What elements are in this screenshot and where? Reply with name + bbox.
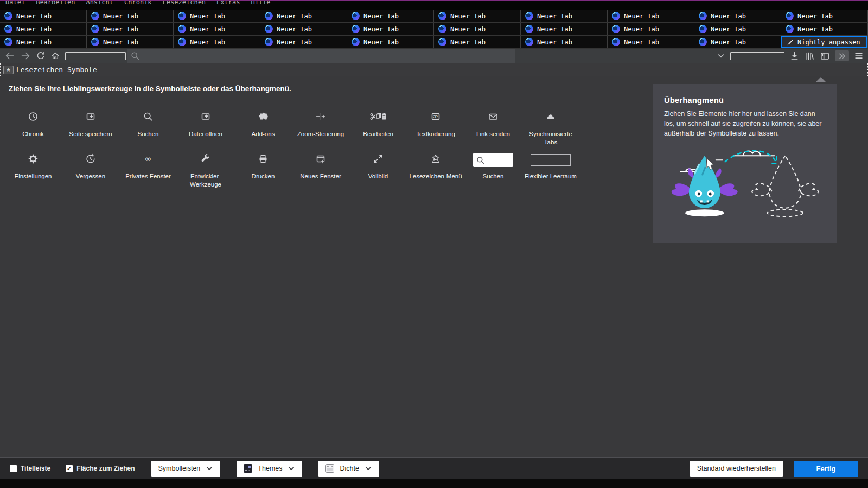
firefox-nightly-icon bbox=[265, 38, 273, 46]
tab-neuer-tab[interactable]: Neuer Tab bbox=[694, 36, 781, 48]
tab-neuer-tab[interactable]: Neuer Tab bbox=[347, 10, 434, 22]
tab-neuer-tab[interactable]: Neuer Tab bbox=[521, 10, 608, 22]
palette-item-textkodierung[interactable]: æTextkodierung bbox=[407, 110, 464, 146]
tab-neuer-tab[interactable]: Neuer Tab bbox=[347, 36, 434, 48]
tab-neuer-tab[interactable]: Neuer Tab bbox=[694, 23, 781, 35]
search-widget[interactable] bbox=[473, 153, 513, 167]
tab-neuer-tab[interactable]: Neuer Tab bbox=[347, 23, 434, 35]
hamburger-menu-icon[interactable] bbox=[854, 51, 864, 61]
settings-gear-icon bbox=[28, 153, 39, 166]
palette-item-flexibler-leerraum[interactable]: Flexibler Leerraum bbox=[522, 152, 579, 189]
firefox-nightly-icon bbox=[438, 12, 446, 20]
firefox-nightly-icon bbox=[438, 38, 446, 46]
synced-tabs-icon bbox=[545, 111, 556, 124]
palette-item-vollbild[interactable]: Vollbild bbox=[349, 152, 407, 189]
tab-neuer-tab[interactable]: Neuer Tab bbox=[174, 36, 260, 48]
overflow-chevrons-icon[interactable] bbox=[835, 50, 849, 61]
palette-item-einstellungen[interactable]: Einstellungen bbox=[4, 152, 62, 189]
tab-neuer-tab[interactable]: Neuer Tab bbox=[694, 10, 781, 22]
palette-item-label: Suchen bbox=[482, 172, 503, 181]
tab-neuer-tab[interactable]: Neuer Tab bbox=[521, 23, 608, 35]
tab-neuer-tab[interactable]: Neuer Tab bbox=[260, 10, 347, 22]
menu-bearbeiten[interactable]: Bearbeiten bbox=[36, 1, 75, 6]
tab-row: Neuer TabNeuer TabNeuer TabNeuer TabNeue… bbox=[0, 10, 868, 23]
palette-item-privates-fenster[interactable]: ∞Privates Fenster bbox=[119, 152, 177, 189]
tab-strip: Neuer TabNeuer TabNeuer TabNeuer TabNeue… bbox=[0, 10, 868, 49]
palette-item-synchronisierte-tabs[interactable]: Synchronisierte Tabs bbox=[522, 110, 579, 146]
toolbar-search-input[interactable] bbox=[730, 52, 784, 60]
drop-creature bbox=[672, 156, 738, 216]
menu-hilfe[interactable]: Hilfe bbox=[251, 1, 270, 6]
palette-row-2: EinstellungenVergessen∞Privates FensterE… bbox=[4, 152, 579, 189]
tab-neuer-tab[interactable]: Neuer Tab bbox=[608, 36, 694, 48]
palette-item-chronik[interactable]: Chronik bbox=[4, 110, 62, 146]
tab-neuer-tab[interactable]: Neuer Tab bbox=[608, 23, 694, 35]
home-icon[interactable] bbox=[50, 51, 60, 61]
tab-neuer-tab[interactable]: Neuer Tab bbox=[434, 10, 521, 22]
density-dropdown-button[interactable]: Dichte bbox=[318, 461, 379, 477]
history-icon bbox=[28, 111, 39, 124]
palette-item-seite-speichern[interactable]: Seite speichern bbox=[62, 110, 119, 146]
tab-neuer-tab[interactable]: Neuer Tab bbox=[434, 36, 521, 48]
flexible-space-widget[interactable] bbox=[531, 154, 571, 166]
tab-neuer-tab[interactable]: Neuer Tab bbox=[0, 36, 87, 48]
palette-item-zoom-steuerung[interactable]: Zoom-Steuerung bbox=[292, 110, 349, 146]
menu-lesezeichen[interactable]: Lesezeichen bbox=[163, 1, 206, 6]
palette-item-add-ons[interactable]: Add-ons bbox=[234, 110, 292, 146]
tab-neuer-tab[interactable]: Neuer Tab bbox=[174, 23, 260, 35]
done-button[interactable]: Fertig bbox=[794, 461, 858, 477]
tab-neuer-tab[interactable]: Neuer Tab bbox=[0, 23, 87, 35]
palette-item-bearbeiten[interactable]: Bearbeiten bbox=[349, 110, 407, 146]
palette-item-lesezeichen-menü[interactable]: Lesezeichen-Menü bbox=[407, 152, 464, 189]
palette-item-suchen[interactable]: Suchen bbox=[119, 110, 177, 146]
chevron-down-icon[interactable] bbox=[717, 52, 725, 60]
bookmarks-toolbar[interactable]: ★ Lesezeichen-Symbole bbox=[0, 63, 868, 76]
palette-item-link-senden[interactable]: Link senden bbox=[464, 110, 522, 146]
tab-neuer-tab[interactable]: Neuer Tab bbox=[521, 36, 608, 48]
tab-neuer-tab[interactable]: Neuer Tab bbox=[87, 23, 174, 35]
addons-icon bbox=[258, 111, 269, 124]
address-bar-input[interactable] bbox=[65, 52, 126, 60]
tab-neuer-tab[interactable]: Neuer Tab bbox=[174, 10, 260, 22]
tab-customize-nightly[interactable]: Nightly anpassen bbox=[781, 36, 868, 48]
palette-item-suchen[interactable]: Suchen bbox=[464, 152, 522, 189]
firefox-nightly-icon bbox=[4, 38, 12, 46]
library-icon[interactable] bbox=[805, 51, 815, 61]
themes-dropdown-button[interactable]: Themes bbox=[237, 461, 302, 477]
menu-chronik[interactable]: Chronik bbox=[124, 1, 152, 6]
sidebar-icon[interactable] bbox=[820, 51, 830, 61]
firefox-nightly-icon bbox=[699, 12, 707, 20]
palette-item-entwickler-werkzeuge[interactable]: Entwickler-Werkzeuge bbox=[177, 152, 234, 189]
tab-neuer-tab[interactable]: Neuer Tab bbox=[87, 36, 174, 48]
palette-item-datei-öffnen[interactable]: Datei öffnen bbox=[177, 110, 234, 146]
titlebar-checkbox[interactable]: Titelleiste bbox=[10, 465, 50, 472]
forward-icon[interactable] bbox=[20, 50, 31, 61]
download-icon[interactable] bbox=[789, 51, 800, 61]
menu-ansicht[interactable]: Ansicht bbox=[86, 1, 113, 6]
tab-neuer-tab[interactable]: Neuer Tab bbox=[781, 23, 868, 35]
reload-icon[interactable] bbox=[36, 51, 46, 61]
firefox-nightly-icon bbox=[91, 25, 99, 33]
palette-item-neues-fenster[interactable]: Neues Fenster bbox=[292, 152, 349, 189]
print-icon bbox=[258, 153, 269, 166]
menu-datei[interactable]: Datei bbox=[5, 1, 25, 6]
overflow-menu-panel[interactable]: Überhangmenü Ziehen Sie Elemente hier he… bbox=[653, 84, 837, 243]
tab-neuer-tab[interactable]: Neuer Tab bbox=[608, 10, 694, 22]
palette-item-drucken[interactable]: Drucken bbox=[234, 152, 292, 189]
toolbars-dropdown-button[interactable]: Symbolleisten bbox=[151, 461, 221, 477]
tab-neuer-tab[interactable]: Neuer Tab bbox=[87, 10, 174, 22]
tab-neuer-tab[interactable]: Neuer Tab bbox=[260, 36, 347, 48]
tab-neuer-tab[interactable]: Neuer Tab bbox=[260, 23, 347, 35]
tab-neuer-tab[interactable]: Neuer Tab bbox=[434, 23, 521, 35]
restore-defaults-button[interactable]: Standard wiederherstellen bbox=[690, 461, 783, 477]
firefox-nightly-icon bbox=[178, 25, 186, 33]
menu-extras[interactable]: Extras bbox=[216, 1, 240, 6]
tab-neuer-tab[interactable]: Neuer Tab bbox=[781, 10, 868, 22]
palette-item-label: Add-ons bbox=[252, 130, 275, 138]
drag-space-checkbox[interactable]: ✓ Fläche zum Ziehen bbox=[66, 465, 135, 472]
palette-item-vergessen[interactable]: Vergessen bbox=[62, 152, 119, 189]
paintbrush-icon bbox=[786, 38, 794, 46]
back-icon[interactable] bbox=[4, 50, 15, 61]
tab-neuer-tab[interactable]: Neuer Tab bbox=[0, 10, 87, 22]
palette-item-label: Drucken bbox=[252, 172, 275, 181]
